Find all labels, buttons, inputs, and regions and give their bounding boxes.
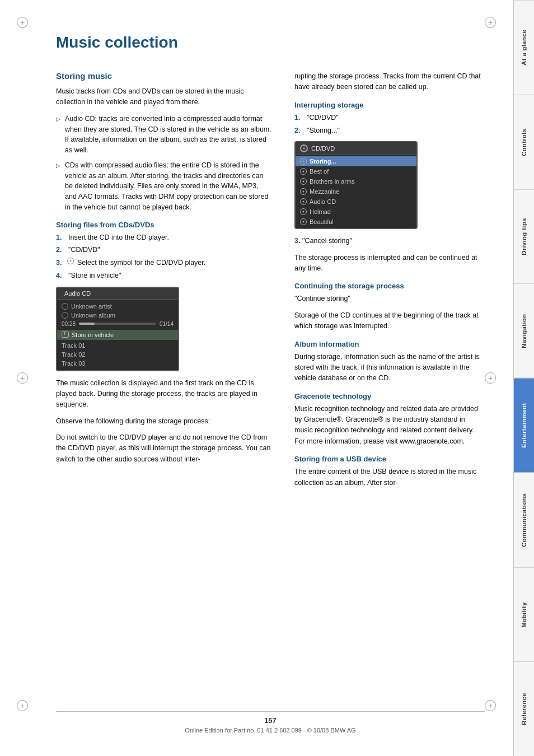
acd-progress-bar [79,323,156,325]
storing-usb-text: The entire content of the USB device is … [294,466,485,488]
sidebar-tab-driving-tips[interactable]: Driving tips [514,189,534,284]
screen-text-after: The music collection is displayed and th… [56,378,272,410]
acd-progress-row: 00:28 01/14 [57,320,178,329]
acd-header: Audio CD [57,288,178,300]
sidebar-tab-mobility[interactable]: Mobility [514,567,534,662]
gracenote-heading: Gracenote technology [294,392,485,400]
bullet-item-2: CDs with compressed audio files: the ent… [56,160,272,213]
screen-row-brothers: Brothers in arms [296,176,416,186]
screen-row-audiocd: Audio CD [296,197,416,207]
bullet-item-1: Audio CD: tracks are converted into a co… [56,114,272,156]
row-icon-storing [300,158,307,165]
screen-row-helmad: Helmad [296,207,416,217]
sidebar-tab-reference[interactable]: Reference [514,661,534,756]
screen-text-after2: Observe the following during the storage… [56,416,272,427]
cd-dvd-screen: CD/DVD Storing... Best of [294,141,418,229]
screen-body: Storing... Best of Brothers in arms [296,155,416,228]
album-icon [62,312,68,319]
screen-row-mezzanine: Mezzanine [296,186,416,197]
row-icon-helmad [300,208,307,215]
row-icon-bestof [300,168,307,175]
acd-body: Unknown artist Unknown album 00:28 01/14 [57,300,178,370]
row-icon-mezzanine [300,188,307,195]
cancel-storing-text: The storage process is interrupted and c… [294,253,485,274]
screen-cd-icon [300,144,308,152]
main-content: Music collection Storing music Music tra… [0,0,513,756]
album-info-heading: Album information [294,340,485,348]
sidebar-tab-communications[interactable]: Communications [514,473,534,567]
person-icon [62,303,68,310]
sidebar-tab-controls[interactable]: Controls [514,95,534,189]
two-column-layout: Storing music Music tracks from CDs and … [56,71,485,494]
row-icon-brothers [300,178,307,185]
page-footer: 157 Online Edition for Part no. 01 41 2 … [56,711,485,734]
sidebar-tab-at-a-glance[interactable]: At a glance [514,0,534,95]
continue-storing-text: Storage of the CD continues at the begin… [294,310,485,332]
acd-track03: Track 03 [57,359,178,368]
interrupting-heading: Interrupting storage [294,101,485,109]
gracenote-text: Music recognition technology and related… [294,404,485,447]
acd-album-row: Unknown album [57,311,178,320]
storing-music-intro: Music tracks from CDs and DVDs can be st… [56,86,272,108]
step-4: 4. "Store in vehicle" [56,270,272,281]
continued-text: rupting the storage process. Tracks from… [294,71,485,93]
store-icon [62,332,69,338]
sidebar-tabs: At a glance Controls Driving tips Naviga… [513,0,534,756]
audio-cd-screen: Audio CD Unknown artist Unknown album 00… [56,287,179,371]
screen-row-storing: Storing... [296,156,416,166]
screen-header: CD/DVD [296,142,416,155]
int-step-2: 2. "Storing..." [294,125,485,136]
step-1: 1. Insert the CD into the CD player. [56,232,272,243]
storing-music-heading: Storing music [56,71,272,81]
footer-line [56,711,485,712]
continuing-heading: Continuing the storage process [294,282,485,290]
storing-usb-heading: Storing from a USB device [294,455,485,463]
row-icon-beautiful [300,218,307,225]
cd-dvd-icon [67,258,74,264]
footer-text: Online Edition for Part no. 01 41 2 602 … [185,727,355,734]
acd-track01: Track 01 [57,341,178,350]
screen-text-after3: Do not switch to the CD/DVD player and d… [56,432,272,465]
page-number: 157 [264,716,277,725]
bullet-list: Audio CD: tracks are converted into a co… [56,114,272,213]
screen-row-bestof: Best of [296,166,416,176]
right-column: rupting the storage process. Tracks from… [294,71,485,494]
row-icon-audiocd [300,198,307,205]
acd-track02: Track 02 [57,350,178,359]
left-column: Storing music Music tracks from CDs and … [56,71,272,494]
step-2: 2. "CD/DVD" [56,245,272,255]
acd-store-row: Store in vehicle [57,330,178,340]
screen-row-beautiful: Beautiful [296,217,416,227]
continue-storing-label: "Continue storing" [294,293,485,304]
page-title: Music collection [56,34,485,54]
album-info-text: During storage, information such as the … [294,352,485,384]
acd-artist-row: Unknown artist [57,302,178,311]
interrupting-steps: 1. "CD/DVD" 2. "Storing..." [294,113,485,136]
step-3: 3. Select the symbol for the CD/DVD play… [56,258,272,268]
storing-files-steps: 1. Insert the CD into the CD player. 2. … [56,232,272,281]
sidebar-tab-navigation[interactable]: Navigation [514,283,534,378]
page-wrapper: Music collection Storing music Music tra… [0,0,534,756]
storing-files-heading: Storing files from CDs/DVDs [56,221,272,229]
sidebar-tab-entertainment[interactable]: Entertainment [514,378,534,473]
int-step-1: 1. "CD/DVD" [294,113,485,123]
cancel-storing-block: 3. "Cancel storing" [294,236,485,246]
